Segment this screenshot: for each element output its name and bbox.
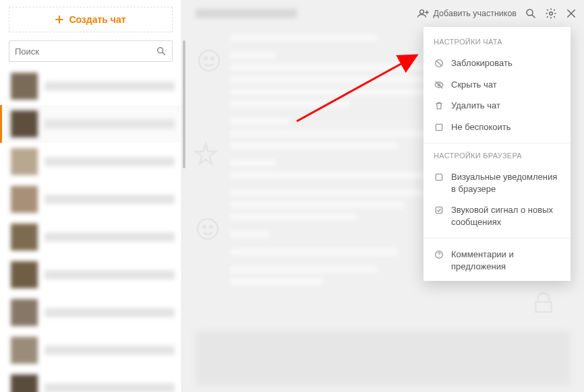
block-icon xyxy=(434,58,444,69)
sound-notif-label: Звуковой сигнал о новых сообщениях xyxy=(451,204,560,228)
checkbox-empty-icon xyxy=(434,122,444,133)
hide-chat-item[interactable]: Скрыть чат xyxy=(424,74,571,96)
close-icon xyxy=(565,7,577,20)
chat-name-placeholder xyxy=(45,81,175,91)
chat-name-placeholder xyxy=(45,346,175,355)
gear-icon xyxy=(545,7,557,20)
chat-list-item[interactable] xyxy=(0,369,181,392)
hide-label: Скрыть чат xyxy=(451,79,497,91)
sound-notifications-item[interactable]: Звуковой сигнал о новых сообщениях xyxy=(424,199,571,232)
avatar xyxy=(11,337,38,364)
avatar xyxy=(11,224,38,251)
dnd-label: Не беспокоить xyxy=(451,121,511,133)
add-participants-label: Добавить участников xyxy=(434,9,517,18)
visual-notifications-item[interactable]: Визуальные уведомления в браузере xyxy=(424,166,571,199)
visual-notif-label: Визуальные уведомления в браузере xyxy=(451,171,560,195)
search-icon xyxy=(156,46,167,57)
avatar xyxy=(11,261,38,288)
chat-name-placeholder xyxy=(45,383,175,392)
message-line xyxy=(229,51,276,59)
chat-name-placeholder xyxy=(45,157,175,166)
hide-icon xyxy=(434,79,444,90)
message-line xyxy=(229,201,405,209)
message-line xyxy=(229,88,438,96)
header-search-button[interactable] xyxy=(525,7,537,20)
svg-point-16 xyxy=(438,256,439,257)
message-line xyxy=(229,34,378,42)
svg-rect-13 xyxy=(436,174,442,181)
message-line xyxy=(229,265,378,273)
chat-name-placeholder xyxy=(45,308,175,317)
feedback-label: Комментарии и предложения xyxy=(451,249,560,272)
message-line xyxy=(229,100,351,108)
chat-list xyxy=(0,67,181,392)
feedback-item[interactable]: Комментарии и предложения xyxy=(424,244,571,277)
message-line xyxy=(229,248,398,256)
svg-point-9 xyxy=(550,12,553,15)
dropdown-section-chat: НАСТРОЙКИ ЧАТА xyxy=(424,35,571,53)
delete-chat-item[interactable]: Удалить чат xyxy=(424,95,571,117)
avatar xyxy=(11,148,38,175)
create-chat-label: Создать чат xyxy=(69,14,125,25)
chat-name-placeholder xyxy=(45,270,175,280)
chat-list-item[interactable] xyxy=(0,181,181,218)
message-line xyxy=(229,171,438,179)
chat-name-placeholder xyxy=(45,119,175,129)
svg-rect-14 xyxy=(436,207,442,214)
message-line xyxy=(229,141,398,150)
chat-list-item[interactable] xyxy=(0,256,181,294)
avatar xyxy=(11,110,38,137)
main-area: Добавить участников НАСТРОЙКИ ЧАТА Забло… xyxy=(182,0,584,392)
message-line xyxy=(229,213,357,221)
chat-name-placeholder xyxy=(45,232,175,242)
message-line xyxy=(229,159,276,167)
add-participants-button[interactable]: Добавить участников xyxy=(417,8,517,19)
block-user-item[interactable]: Заблокировать xyxy=(424,53,571,74)
message-line xyxy=(229,117,290,125)
dnd-item[interactable]: Не беспокоить xyxy=(424,117,571,138)
chat-header: Добавить участников xyxy=(182,0,584,27)
create-chat-button[interactable]: Создать чат xyxy=(9,7,173,32)
chat-list-item[interactable] xyxy=(0,218,181,256)
message-line xyxy=(229,230,270,238)
search-input[interactable] xyxy=(15,46,156,57)
block-label: Заблокировать xyxy=(451,57,513,69)
svg-point-0 xyxy=(158,48,163,53)
dropdown-section-browser: НАСТРОЙКИ БРАУЗЕРА xyxy=(424,149,571,166)
app-root: Создать чат Добавить уча xyxy=(0,0,584,392)
scrollbar[interactable] xyxy=(183,40,185,168)
chat-list-item[interactable] xyxy=(0,331,181,369)
svg-point-8 xyxy=(527,9,533,15)
checkbox-checked-icon xyxy=(434,205,444,216)
checkbox-empty-icon xyxy=(434,172,444,183)
sidebar: Создать чат xyxy=(0,0,182,392)
search-icon xyxy=(525,7,537,20)
plus-icon xyxy=(55,15,63,24)
chat-list-item[interactable] xyxy=(0,143,181,181)
svg-point-7 xyxy=(419,10,424,14)
chat-title xyxy=(196,9,297,18)
avatar xyxy=(11,73,38,100)
chat-list-item[interactable] xyxy=(0,294,181,331)
svg-rect-12 xyxy=(436,124,442,130)
avatar xyxy=(11,186,38,213)
add-people-icon xyxy=(417,8,430,19)
close-button[interactable] xyxy=(565,7,577,20)
dropdown-separator xyxy=(424,143,571,143)
settings-button[interactable] xyxy=(545,7,557,20)
search-input-wrap[interactable] xyxy=(9,40,173,62)
dropdown-separator xyxy=(424,238,571,238)
chat-name-placeholder xyxy=(45,195,175,204)
chat-list-item[interactable] xyxy=(0,67,181,105)
settings-dropdown: НАСТРОЙКИ ЧАТА Заблокировать Скрыть чат … xyxy=(424,27,571,281)
trash-icon xyxy=(434,100,444,111)
avatar xyxy=(11,299,38,326)
chat-list-item[interactable] xyxy=(0,105,181,143)
delete-label: Удалить чат xyxy=(451,100,500,112)
message-line xyxy=(229,277,324,286)
avatar xyxy=(11,374,38,392)
help-icon xyxy=(434,249,444,260)
